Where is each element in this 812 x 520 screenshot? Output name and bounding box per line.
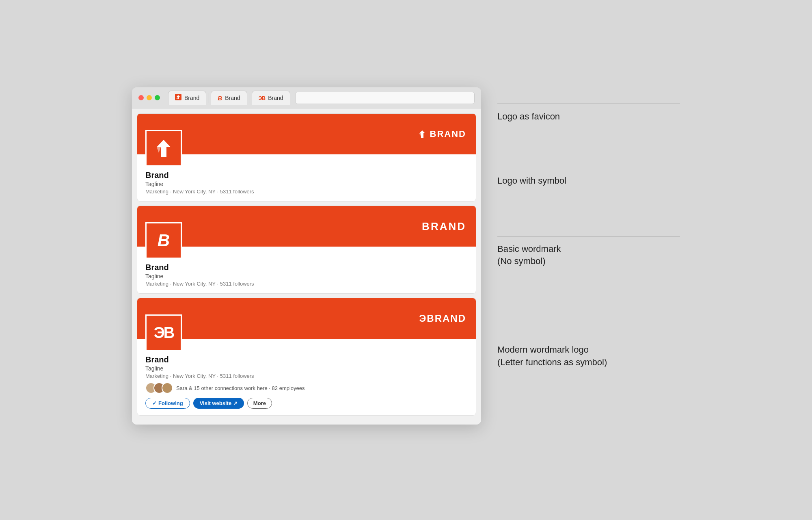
card1-logo-box: [145, 130, 182, 167]
tab1-symbol-icon: [175, 94, 181, 102]
browser-window: Brand B Brand ЭB Brand: [132, 87, 481, 425]
browser-tabs: Brand B Brand ЭB Brand: [168, 91, 475, 105]
ann1-line: [497, 104, 680, 104]
page-container: Brand B Brand ЭB Brand: [132, 87, 680, 425]
card2-meta: Marketing · New York City, NY · 5311 fol…: [145, 281, 468, 287]
card2-b-logo: B: [158, 232, 170, 249]
dot-red[interactable]: [138, 95, 144, 100]
card1-banner-label: BRAND: [430, 129, 466, 139]
svg-marker-4: [419, 133, 421, 136]
profile-card-3: ЭB ЭBRAND Brand Tagline Marketing · New …: [137, 298, 476, 416]
card1-banner: BRAND: [137, 114, 476, 154]
card2-banner: B BRAND: [137, 206, 476, 247]
avatar-group: [145, 382, 173, 394]
annotation-panel: Logo as favicon Logo with symbol Basic w…: [481, 87, 680, 369]
browser-content: BRAND Brand Tagline Marketing · New York…: [132, 108, 481, 425]
browser-dots: [138, 95, 160, 100]
ann2-label: Logo with symbol: [497, 175, 680, 187]
card3-company-name: Brand: [145, 355, 468, 364]
card1-body: Brand Tagline Marketing · New York City,…: [137, 154, 476, 201]
tab2-b-icon: B: [218, 95, 222, 102]
tab-divider-2: [250, 93, 250, 103]
dot-green[interactable]: [155, 95, 160, 100]
following-button[interactable]: ✓ Following: [145, 398, 190, 409]
tab2-label: Brand: [225, 95, 240, 101]
avatar-3: [162, 382, 173, 394]
annotation-1: Logo as favicon: [497, 95, 680, 123]
card3-meta: Marketing · New York City, NY · 5311 fol…: [145, 373, 468, 379]
more-label: More: [253, 400, 266, 406]
tab-3[interactable]: ЭB Brand: [252, 91, 290, 105]
card1-symbol-svg: [153, 137, 175, 159]
tab-divider-1: [209, 93, 209, 103]
card3-logo-box: ЭB: [145, 314, 182, 351]
dot-yellow[interactable]: [147, 95, 152, 100]
annotation-2: Logo with symbol: [497, 160, 680, 187]
url-bar[interactable]: [295, 92, 475, 104]
check-icon: ✓: [152, 400, 157, 406]
card3-banner: ЭB ЭBRAND: [137, 298, 476, 339]
tab3-label: Brand: [268, 95, 283, 101]
browser-titlebar: Brand B Brand ЭB Brand: [132, 87, 481, 108]
card3-tagline: Tagline: [145, 365, 468, 372]
profile-card-1: BRAND Brand Tagline Marketing · New York…: [137, 113, 476, 202]
card1-tagline: Tagline: [145, 181, 468, 187]
tab3-3b-icon: ЭB: [259, 95, 266, 101]
card1-company-name: Brand: [145, 171, 468, 180]
ann3-line: [497, 236, 680, 236]
card3-3b-logo: ЭB: [154, 325, 173, 340]
card2-tagline: Tagline: [145, 273, 468, 280]
ann2-line: [497, 168, 680, 168]
profile-card-2: B BRAND Brand Tagline Marketing · New Yo…: [137, 206, 476, 294]
card2-banner-label: BRAND: [422, 220, 466, 233]
card3-banner-text: BRAND: [427, 313, 466, 324]
tab-1[interactable]: Brand: [168, 91, 206, 105]
card3-connections-text: Sara & 15 other connections work here · …: [176, 385, 305, 391]
ann3-label: Basic wordmark(No symbol): [497, 243, 680, 268]
ann1-label: Logo as favicon: [497, 110, 680, 123]
svg-marker-2: [157, 147, 161, 153]
card3-banner-label: ЭBRAND: [419, 313, 466, 324]
more-button[interactable]: More: [247, 398, 272, 409]
card1-meta: Marketing · New York City, NY · 5311 fol…: [145, 188, 468, 195]
card2-logo-box: B: [145, 222, 182, 259]
annotation-3: Basic wordmark(No symbol): [497, 236, 680, 268]
visit-website-button[interactable]: Visit website ↗: [193, 398, 244, 409]
card3-actions: ✓ Following Visit website ↗ More: [145, 398, 468, 409]
ann4-line: [497, 337, 680, 337]
card3-connections: Sara & 15 other connections work here · …: [145, 382, 468, 394]
ann4-label: Modern wordmark logo(Letter functions as…: [497, 344, 680, 369]
following-label: Following: [158, 400, 183, 406]
card2-body: Brand Tagline Marketing · New York City,…: [137, 247, 476, 293]
card1-banner-symbol-svg: [418, 130, 427, 139]
card3-body: Brand Tagline Marketing · New York City,…: [137, 339, 476, 415]
card1-banner-logo: BRAND: [418, 129, 466, 139]
tab1-label: Brand: [184, 95, 199, 101]
tab-2[interactable]: B Brand: [211, 91, 247, 105]
card2-company-name: Brand: [145, 263, 468, 272]
visit-label: Visit website ↗: [200, 400, 238, 406]
annotation-4: Modern wordmark logo(Letter functions as…: [497, 337, 680, 369]
